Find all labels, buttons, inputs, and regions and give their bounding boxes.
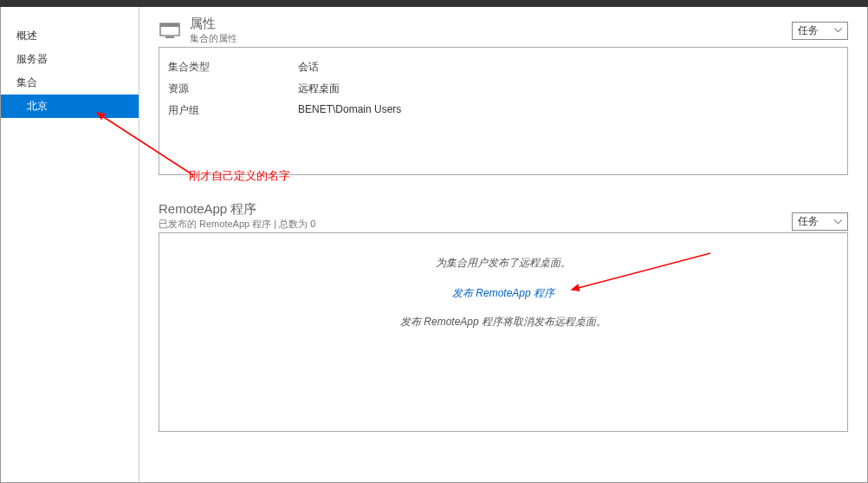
property-row: 资源 远程桌面 — [168, 82, 839, 96]
sidebar-label: 集合 — [16, 76, 37, 88]
property-value: BENET\Domain Users — [298, 103, 401, 118]
property-label: 用户组 — [168, 103, 298, 118]
properties-box: 集合类型 会话 资源 远程桌面 用户组 BENET\Domain Users — [159, 47, 848, 175]
property-row: 集合类型 会话 — [168, 60, 839, 75]
properties-title: 属性 — [190, 16, 785, 32]
property-value: 会话 — [298, 60, 319, 75]
titlebar — [0, 0, 868, 7]
tasks-label: 任务 — [798, 214, 819, 229]
sidebar-label: 服务器 — [16, 53, 48, 65]
property-label: 集合类型 — [168, 60, 298, 75]
navigation-sidebar: 概述 服务器 集合 北京 — [1, 7, 139, 482]
remoteapp-message: 为集合用户发布了远程桌面。 — [159, 256, 847, 271]
properties-subtitle: 集合的属性 — [190, 32, 785, 45]
svg-rect-1 — [160, 23, 179, 27]
property-value: 远程桌面 — [298, 82, 340, 96]
remoteapp-box: 为集合用户发布了远程桌面。 发布 RemoteApp 程序 发布 RemoteA… — [159, 232, 848, 432]
remoteapp-warning: 发布 RemoteApp 程序将取消发布远程桌面。 — [159, 315, 847, 330]
remoteapp-title: RemoteApp 程序 — [159, 201, 792, 218]
property-row: 用户组 BENET\Domain Users — [168, 103, 839, 118]
property-label: 资源 — [168, 82, 298, 96]
chevron-down-icon — [834, 219, 842, 225]
sidebar-label: 概述 — [16, 29, 37, 42]
tasks-label: 任务 — [798, 23, 819, 38]
sidebar-item-overview[interactable]: 概述 — [1, 24, 139, 48]
properties-icon — [159, 21, 183, 40]
svg-rect-2 — [165, 36, 174, 38]
publish-remoteapp-link[interactable]: 发布 RemoteApp 程序 — [452, 286, 554, 301]
sidebar-item-beijing[interactable]: 北京 — [1, 95, 139, 118]
sidebar-item-servers[interactable]: 服务器 — [1, 48, 139, 71]
main-content: 属性 集合的属性 任务 集合类型 会话 资源 远程桌面 用户组 BENET\Do… — [139, 7, 867, 482]
remoteapp-subtitle: 已发布的 RemoteApp 程序 | 总数为 0 — [159, 218, 792, 231]
chevron-down-icon — [834, 28, 842, 33]
remoteapp-tasks-dropdown[interactable]: 任务 — [792, 212, 848, 231]
properties-tasks-dropdown[interactable]: 任务 — [792, 22, 848, 40]
sidebar-label: 北京 — [27, 100, 48, 112]
sidebar-item-collections[interactable]: 集合 — [1, 71, 139, 95]
